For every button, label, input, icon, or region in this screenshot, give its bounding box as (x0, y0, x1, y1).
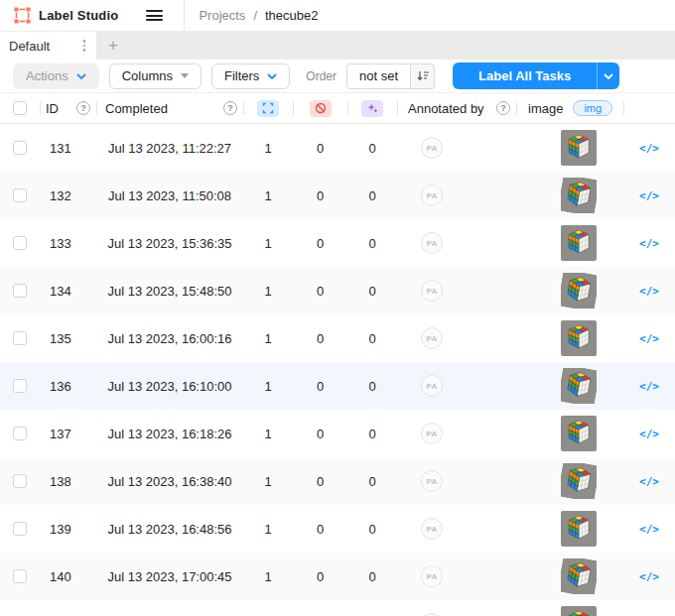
add-view-button[interactable]: + (96, 32, 130, 60)
app-logo[interactable]: Label Studio (0, 7, 132, 24)
header-id-cell[interactable]: ID ? (40, 93, 96, 123)
table-row[interactable]: 140 Jul 13 2023, 17:00:45 1 0 0 PA </> (0, 553, 675, 600)
row-annotations-cell: 1 (243, 172, 293, 219)
source-code-icon[interactable]: </> (639, 285, 659, 298)
source-code-icon[interactable]: </> (639, 380, 659, 393)
order-value-dropdown[interactable]: not set (346, 63, 411, 89)
row-cancelled-cell: 0 (293, 172, 347, 219)
row-checkbox[interactable] (13, 569, 27, 583)
cancelled-count: 0 (317, 569, 324, 584)
task-image-thumbnail[interactable] (561, 463, 597, 499)
filters-dropdown-button[interactable]: Filters (211, 63, 290, 89)
row-completed-cell: Jul 13 2023, 16:18:26 (96, 410, 243, 457)
annotations-count: 1 (264, 569, 271, 584)
task-image-thumbnail[interactable] (561, 130, 597, 166)
annotator-avatar[interactable]: PA (421, 375, 443, 397)
label-all-tasks-button[interactable]: Label All Tasks (453, 62, 597, 89)
task-image-thumbnail[interactable] (561, 416, 597, 451)
header-completed-cell[interactable]: Completed ? (96, 93, 243, 123)
header-cancelled-cell[interactable] (293, 93, 347, 123)
row-checkbox[interactable] (13, 427, 27, 440)
row-id-cell: 136 (40, 362, 96, 410)
annotator-avatar[interactable]: PA (421, 565, 443, 587)
source-code-icon[interactable]: </> (639, 523, 659, 536)
row-checkbox[interactable] (13, 474, 27, 488)
annotations-count-icon[interactable] (257, 100, 279, 117)
row-checkbox[interactable] (13, 379, 27, 393)
tab-menu-kebab-icon[interactable] (78, 36, 91, 56)
annotated-by-help-icon[interactable]: ? (496, 101, 510, 115)
annotator-avatar[interactable]: PA (421, 137, 443, 159)
source-code-icon[interactable]: </> (639, 142, 659, 155)
breadcrumb-projects-link[interactable]: Projects (199, 8, 245, 23)
tab-default[interactable]: Default (0, 32, 96, 60)
table-row[interactable]: 131 Jul 13 2023, 11:22:27 1 0 0 PA </> (0, 124, 675, 172)
source-code-icon[interactable]: </> (639, 332, 659, 345)
task-image-thumbnail[interactable] (561, 511, 597, 547)
label-all-tasks-menu-button[interactable] (597, 62, 619, 89)
table-row[interactable]: 135 Jul 13 2023, 16:00:16 1 0 0 PA </> (0, 314, 675, 362)
task-image-thumbnail[interactable] (561, 225, 597, 261)
source-code-icon[interactable]: </> (639, 475, 659, 488)
row-source-cell: </> (623, 314, 675, 362)
table-row[interactable]: 132 Jul 13 2023, 11:50:08 1 0 0 PA </> (0, 172, 675, 219)
select-all-checkbox[interactable] (13, 101, 27, 115)
header-image-cell[interactable]: image img (516, 93, 623, 123)
table-row[interactable]: 138 Jul 13 2023, 16:38:40 1 0 0 PA </> (0, 457, 675, 505)
predictions-count: 0 (368, 188, 375, 203)
source-code-icon[interactable]: </> (639, 189, 659, 202)
columns-dropdown-button[interactable]: Columns (109, 63, 202, 89)
annotator-avatar[interactable]: PA (421, 280, 443, 302)
table-row[interactable]: 141 Jul 13 2023, 17:15:10 1 0 0 PA </> (0, 600, 675, 616)
task-image-thumbnail[interactable] (561, 606, 597, 616)
row-annotations-cell: 1 (243, 362, 293, 410)
row-checkbox[interactable] (13, 188, 27, 202)
row-checkbox[interactable] (13, 331, 27, 345)
row-annotated-by-cell: PA (397, 600, 516, 616)
row-image-cell (516, 267, 623, 314)
completed-timestamp: Jul 13 2023, 15:36:35 (107, 236, 231, 251)
table-row[interactable]: 139 Jul 13 2023, 16:48:56 1 0 0 PA </> (0, 505, 675, 553)
main-menu-button[interactable] (132, 0, 176, 32)
row-image-cell (516, 124, 623, 172)
annotator-avatar[interactable]: PA (421, 470, 443, 492)
actions-dropdown-button[interactable]: Actions (13, 63, 99, 89)
row-cancelled-cell: 0 (293, 600, 347, 616)
task-image-thumbnail[interactable] (561, 273, 597, 308)
annotator-avatar[interactable]: PA (421, 327, 443, 349)
source-code-icon[interactable]: </> (639, 570, 659, 583)
annotator-avatar[interactable]: PA (421, 232, 443, 254)
row-select-cell (0, 219, 40, 267)
predictions-sparkles-icon[interactable] (361, 100, 383, 117)
row-checkbox[interactable] (13, 284, 27, 298)
row-image-cell (516, 553, 623, 600)
task-image-thumbnail[interactable] (561, 178, 597, 213)
row-cancelled-cell: 0 (293, 553, 347, 600)
task-image-thumbnail[interactable] (561, 558, 597, 594)
predictions-count: 0 (368, 236, 375, 251)
annotator-avatar[interactable]: PA (421, 518, 443, 540)
sort-direction-button[interactable] (411, 63, 435, 89)
table-row[interactable]: 136 Jul 13 2023, 16:10:00 1 0 0 PA </> (0, 362, 675, 410)
task-image-thumbnail[interactable] (561, 320, 597, 356)
top-bar: Label Studio Projects / thecube2 (0, 0, 675, 32)
annotator-avatar[interactable]: PA (421, 423, 443, 444)
table-row[interactable]: 133 Jul 13 2023, 15:36:35 1 0 0 PA </> (0, 219, 675, 267)
header-annotations-cell[interactable] (243, 93, 293, 123)
row-checkbox[interactable] (13, 236, 27, 250)
row-checkbox[interactable] (13, 522, 27, 536)
header-predictions-cell[interactable] (347, 93, 397, 123)
header-annotated-by-cell[interactable]: Annotated by ? (397, 93, 516, 123)
cancelled-count: 0 (317, 379, 324, 394)
id-help-icon[interactable]: ? (76, 101, 90, 115)
completed-help-icon[interactable]: ? (223, 101, 237, 115)
row-checkbox[interactable] (13, 141, 27, 155)
annotator-avatar[interactable]: PA (421, 185, 443, 206)
table-row[interactable]: 137 Jul 13 2023, 16:18:26 1 0 0 PA </> (0, 410, 675, 457)
source-code-icon[interactable]: </> (639, 237, 659, 250)
source-code-icon[interactable]: </> (639, 428, 659, 440)
cancelled-annotations-icon[interactable] (310, 100, 332, 117)
task-image-thumbnail[interactable] (561, 368, 597, 404)
table-row[interactable]: 134 Jul 13 2023, 15:48:50 1 0 0 PA </> (0, 267, 675, 314)
filters-label: Filters (224, 68, 259, 83)
